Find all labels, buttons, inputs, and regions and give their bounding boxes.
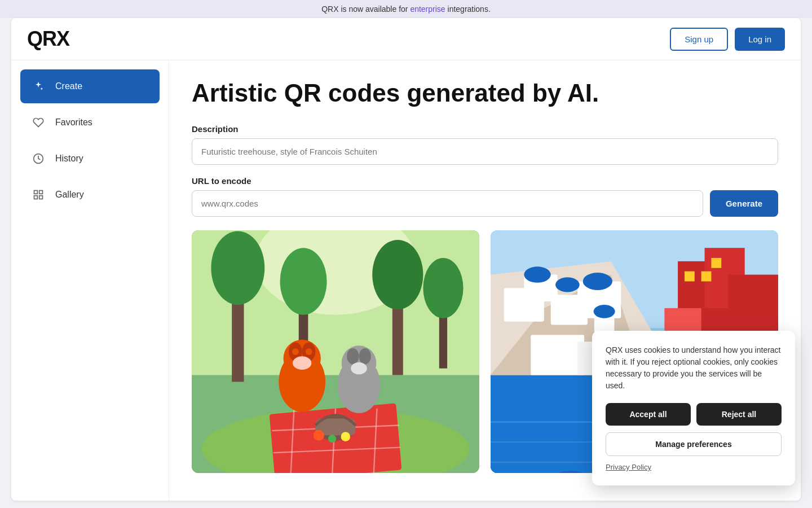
- sidebar-item-favorites[interactable]: Favorites: [20, 106, 160, 139]
- svg-point-51: [555, 277, 580, 292]
- svg-point-38: [328, 435, 336, 443]
- svg-rect-2: [39, 191, 43, 194]
- cookie-buttons: Accept all Reject all: [606, 403, 782, 426]
- svg-point-13: [372, 240, 423, 309]
- svg-point-28: [306, 348, 312, 355]
- description-input[interactable]: [192, 138, 778, 165]
- enterprise-link[interactable]: enterprise: [410, 5, 445, 14]
- sidebar-label-history: History: [55, 154, 83, 164]
- sidebar-label-favorites: Favorites: [55, 117, 92, 128]
- sidebar-label-create: Create: [55, 81, 82, 91]
- svg-point-39: [341, 432, 350, 441]
- header-actions: Sign up Log in: [670, 28, 785, 51]
- login-button[interactable]: Log in: [735, 28, 785, 51]
- sidebar: Create Favorites History: [11, 60, 169, 501]
- svg-point-34: [351, 362, 367, 374]
- generate-button[interactable]: Generate: [710, 190, 778, 217]
- sparkle-icon: [29, 77, 47, 95]
- banner-text-before: QRX is now available for: [321, 5, 410, 14]
- svg-point-52: [583, 273, 612, 290]
- logo: QRX: [27, 27, 69, 51]
- svg-rect-60: [531, 335, 584, 375]
- reject-all-button[interactable]: Reject all: [696, 403, 782, 426]
- signup-button[interactable]: Sign up: [670, 28, 728, 51]
- svg-rect-1: [34, 191, 38, 194]
- grid-icon: [29, 186, 47, 204]
- accept-all-button[interactable]: Accept all: [606, 403, 691, 426]
- clock-icon: [29, 150, 47, 168]
- manage-preferences-button[interactable]: Manage preferences: [606, 432, 782, 456]
- page-title: Artistic QR codes generated by AI.: [192, 78, 778, 108]
- svg-point-11: [280, 248, 327, 315]
- description-group: Description: [192, 124, 778, 165]
- sidebar-item-gallery[interactable]: Gallery: [20, 178, 160, 212]
- svg-point-64: [594, 305, 615, 318]
- svg-point-33: [359, 348, 371, 364]
- url-row: Generate: [192, 190, 778, 217]
- sidebar-item-history[interactable]: History: [20, 142, 160, 176]
- heart-icon: [29, 113, 47, 132]
- url-group: URL to encode Generate: [192, 176, 778, 217]
- description-label: Description: [192, 124, 778, 134]
- sidebar-item-create[interactable]: Create: [20, 69, 160, 103]
- svg-point-15: [423, 258, 463, 318]
- url-input[interactable]: [192, 190, 703, 217]
- svg-rect-58: [701, 271, 712, 281]
- cookie-banner: QRX uses cookies to understand how you i…: [592, 331, 795, 485]
- svg-point-9: [211, 231, 264, 304]
- svg-point-50: [524, 266, 550, 282]
- svg-point-32: [347, 348, 359, 364]
- svg-rect-4: [39, 196, 43, 199]
- url-label: URL to encode: [192, 176, 778, 186]
- sidebar-label-gallery: Gallery: [55, 190, 84, 200]
- cookie-message: QRX uses cookies to understand how you i…: [606, 344, 782, 392]
- banner-text-after: integrations.: [445, 5, 491, 14]
- svg-point-37: [314, 430, 324, 441]
- svg-rect-59: [711, 258, 721, 268]
- svg-point-27: [292, 348, 299, 355]
- header: QRX Sign up Log in: [11, 18, 801, 60]
- svg-rect-57: [685, 271, 695, 281]
- privacy-policy-link[interactable]: Privacy Policy: [606, 463, 651, 471]
- top-banner: QRX is now available for enterprise inte…: [0, 0, 812, 18]
- picnic-image: [192, 230, 479, 473]
- gallery-item-picnic: [192, 230, 479, 473]
- svg-point-29: [293, 356, 311, 370]
- svg-rect-3: [34, 196, 38, 199]
